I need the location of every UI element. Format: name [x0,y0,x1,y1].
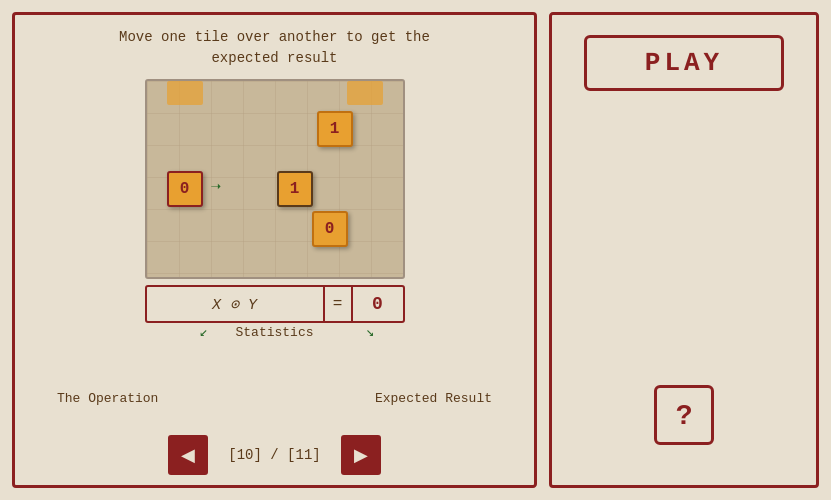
page-counter: [10] / [11] [228,447,320,463]
stats-arrows-area: ↙ Statistics ↘ [145,323,405,353]
prev-button[interactable]: ◀ [168,435,208,475]
right-panel: PLAY ? [549,12,819,488]
tile-center[interactable]: 1 [277,171,313,207]
top-tile-area [147,81,403,109]
tile-left[interactable]: 0 [167,171,203,207]
help-button[interactable]: ? [654,385,714,445]
stats-formula: X ⊙ Y [147,295,323,314]
labels-row: The Operation Expected Result [27,391,522,406]
next-icon: ▶ [354,444,368,466]
instruction-text: Move one tile over another to get the ex… [119,27,430,69]
game-area: 1 0 1 ➝ 0 [145,79,405,279]
prev-icon: ◀ [181,444,195,466]
stats-equals: = [323,287,353,321]
next-button[interactable]: ▶ [341,435,381,475]
stats-bar: X ⊙ Y = 0 [145,285,405,323]
stats-label: Statistics [235,325,313,340]
play-button[interactable]: PLAY [584,35,784,91]
operation-label: The Operation [57,391,158,406]
page-total: [11] [287,447,321,463]
arrow-down-left: ↙ [200,323,208,340]
nav-row: ◀ [10] / [11] ▶ [15,435,534,475]
arrow-down-right: ↘ [366,323,374,340]
play-label: PLAY [645,48,723,78]
stats-result: 0 [353,294,403,314]
top-tile-left [167,81,203,105]
help-label: ? [675,399,692,431]
instruction-line2: expected result [211,50,337,66]
page-current: [10] [228,447,262,463]
instruction-line1: Move one tile over another to get the [119,29,430,45]
top-tile-right [347,81,383,105]
tile-top-right[interactable]: 1 [317,111,353,147]
arrow-move: ➝ [211,176,222,198]
expected-result-label: Expected Result [375,391,492,406]
page-separator: / [270,447,278,463]
left-panel: Move one tile over another to get the ex… [12,12,537,488]
tile-bottom-right[interactable]: 0 [312,211,348,247]
